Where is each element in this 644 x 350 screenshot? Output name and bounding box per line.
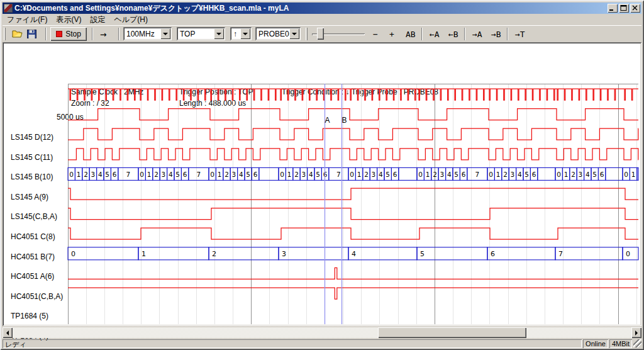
- close-icon: [631, 5, 639, 11]
- svg-text:6: 6: [491, 250, 495, 258]
- toolbar-gripper[interactable]: [306, 28, 308, 40]
- svg-text:3: 3: [372, 171, 376, 178]
- close-button[interactable]: [630, 4, 640, 13]
- svg-text:0: 0: [71, 250, 75, 258]
- svg-text:2: 2: [225, 171, 229, 178]
- channel-label-7: HC4051 A(6): [11, 272, 70, 281]
- svg-text:4: 4: [352, 250, 356, 258]
- toolbar-button-xT[interactable]: →T: [512, 27, 528, 41]
- svg-text:2: 2: [84, 171, 88, 178]
- cursor-a-label[interactable]: A: [325, 116, 330, 125]
- horizontal-scrollbar[interactable]: [3, 327, 641, 338]
- toolbar-button-x[interactable]: −: [370, 27, 381, 41]
- resize-grip[interactable]: [633, 339, 641, 347]
- status-bar: レディ Online 4MBit: [3, 339, 641, 348]
- scrollbar-thumb[interactable]: [378, 327, 526, 338]
- toolbar-button-AB[interactable]: AB: [402, 27, 419, 41]
- waveform-canvas[interactable]: 0123456701234567012345601234567012345601…: [3, 42, 641, 326]
- svg-text:4: 4: [447, 171, 452, 178]
- svg-text:1: 1: [147, 171, 152, 178]
- trigger-position-combo[interactable]: TOP: [177, 27, 225, 40]
- channel-label-8: HC4051(C,B,A): [11, 292, 70, 301]
- sample-clock-combo[interactable]: 100MHz: [123, 27, 172, 40]
- svg-text:2: 2: [571, 171, 575, 178]
- svg-text:5: 5: [246, 171, 250, 178]
- svg-text:0: 0: [69, 171, 74, 178]
- chevron-down-icon: [163, 33, 168, 35]
- zoom-slider-handle[interactable]: [317, 28, 324, 40]
- toolbar-separator: [507, 28, 508, 40]
- toolbar-button-xA[interactable]: ←A: [426, 27, 443, 41]
- save-button[interactable]: [25, 27, 39, 41]
- svg-text:5: 5: [386, 171, 390, 178]
- combo-dropdown-button[interactable]: [214, 28, 224, 39]
- stop-button[interactable]: Stop: [50, 27, 87, 41]
- toolbar-button-xB[interactable]: ←B: [445, 27, 462, 41]
- toolbar-button-xB[interactable]: →B: [488, 27, 504, 41]
- svg-text:6: 6: [323, 171, 328, 178]
- waveform-panel[interactable]: Sample Clock : 2MHz Zoom : / 32 Trigger …: [3, 42, 641, 326]
- menu-item-0[interactable]: ファイル(F): [3, 14, 52, 26]
- svg-text:1: 1: [496, 171, 501, 178]
- scroll-left-icon: [6, 330, 9, 336]
- chevron-down-icon: [292, 33, 297, 35]
- stop-label: Stop: [65, 30, 81, 38]
- svg-text:1: 1: [287, 171, 292, 178]
- cursor-b-label[interactable]: B: [341, 116, 347, 125]
- title-bar: C:¥Documents and Settings¥noname¥デスクトップ¥…: [3, 3, 641, 14]
- svg-text:0: 0: [418, 171, 423, 178]
- channel-label-4: LS145(C,B,A): [11, 212, 70, 221]
- svg-text:0: 0: [350, 171, 354, 178]
- chevron-down-icon: [243, 33, 248, 35]
- scroll-right-button[interactable]: [631, 327, 641, 338]
- svg-text:5: 5: [525, 171, 529, 178]
- open-file-button[interactable]: [10, 27, 25, 41]
- svg-text:2: 2: [212, 250, 216, 258]
- minimize-icon: [609, 5, 616, 11]
- toolbar-separator: [45, 28, 47, 40]
- channel-label-0: LS145 D(12): [11, 133, 70, 142]
- svg-text:3: 3: [232, 171, 236, 178]
- svg-text:1: 1: [564, 171, 569, 178]
- combo-dropdown-button[interactable]: [160, 28, 170, 39]
- svg-text:5: 5: [175, 171, 180, 178]
- svg-text:3: 3: [162, 171, 166, 178]
- channel-label-6: HC4051 B(7): [11, 252, 70, 261]
- svg-text:4: 4: [309, 171, 313, 178]
- svg-text:6: 6: [393, 171, 397, 178]
- menu-item-1[interactable]: 表示(V): [52, 14, 86, 26]
- scroll-left-button[interactable]: [3, 327, 13, 338]
- toolbar-button-x[interactable]: +: [386, 27, 397, 41]
- svg-text:3: 3: [91, 171, 96, 178]
- toolbar-separator: [421, 28, 423, 40]
- combo-dropdown-button[interactable]: [289, 28, 299, 39]
- trigger-probe-combo[interactable]: PROBE00: [255, 27, 301, 40]
- svg-text:0: 0: [557, 171, 561, 178]
- app-window: C:¥Documents and Settings¥noname¥デスクトップ¥…: [0, 0, 644, 350]
- chevron-down-icon: [216, 33, 221, 35]
- menu-item-2[interactable]: 設定: [86, 14, 109, 26]
- svg-text:5: 5: [592, 171, 597, 178]
- status-online: Online: [583, 339, 608, 348]
- svg-text:0: 0: [624, 171, 628, 178]
- svg-text:7: 7: [126, 171, 131, 178]
- svg-text:1: 1: [426, 171, 430, 178]
- svg-text:3: 3: [302, 171, 306, 178]
- toolbar-button-xA[interactable]: →A: [469, 27, 486, 41]
- svg-text:6: 6: [113, 171, 117, 178]
- trigger-probe-value: PROBE00: [258, 30, 293, 38]
- svg-text:6: 6: [532, 171, 536, 178]
- sample-clock-value: 100MHz: [126, 30, 155, 38]
- combo-dropdown-button[interactable]: [240, 28, 250, 39]
- toolbar-separator: [464, 28, 465, 40]
- toolbar-gripper[interactable]: [4, 28, 6, 40]
- trigger-edge-combo[interactable]: ↑: [230, 27, 252, 40]
- svg-text:4: 4: [379, 171, 383, 178]
- run-button[interactable]: →: [97, 27, 109, 41]
- menu-item-3[interactable]: ヘルプ(H): [109, 14, 152, 26]
- minimize-button[interactable]: [608, 4, 618, 13]
- svg-text:7: 7: [197, 171, 201, 178]
- maximize-button[interactable]: [619, 4, 629, 13]
- toolbar-separator: [118, 28, 119, 40]
- svg-text:5: 5: [105, 171, 109, 178]
